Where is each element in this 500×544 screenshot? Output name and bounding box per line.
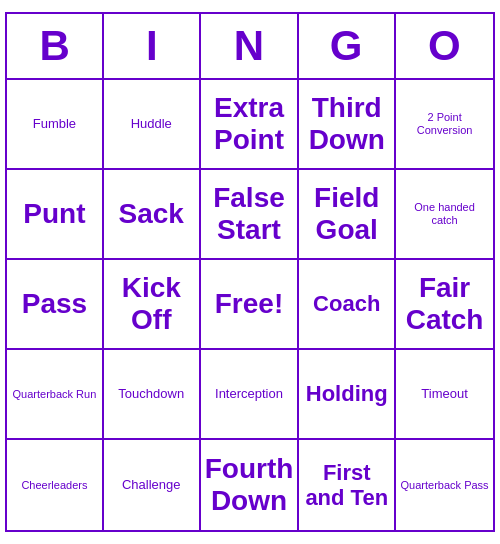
bingo-cell-7: False Start: [201, 170, 300, 260]
cell-text-9: One handed catch: [400, 201, 489, 226]
cell-text-18: Holding: [306, 381, 388, 406]
bingo-cell-9: One handed catch: [396, 170, 493, 260]
bingo-card: BINGO FumbleHuddleExtra PointThird Down2…: [5, 12, 495, 532]
bingo-cell-20: Cheerleaders: [7, 440, 104, 530]
bingo-cell-22: Fourth Down: [201, 440, 300, 530]
bingo-cell-13: Coach: [299, 260, 396, 350]
bingo-cell-14: Fair Catch: [396, 260, 493, 350]
cell-text-6: Sack: [119, 198, 184, 230]
cell-text-5: Punt: [23, 198, 85, 230]
bingo-cell-23: First and Ten: [299, 440, 396, 530]
cell-text-1: Huddle: [131, 117, 172, 132]
cell-text-22: Fourth Down: [205, 453, 294, 517]
bingo-cell-3: Third Down: [299, 80, 396, 170]
cell-text-13: Coach: [313, 291, 380, 316]
bingo-cell-11: Kick Off: [104, 260, 201, 350]
cell-text-0: Fumble: [33, 117, 76, 132]
header-letter-g: G: [299, 14, 396, 78]
bingo-cell-18: Holding: [299, 350, 396, 440]
bingo-cell-1: Huddle: [104, 80, 201, 170]
cell-text-7: False Start: [205, 182, 294, 246]
bingo-cell-10: Pass: [7, 260, 104, 350]
bingo-cell-12: Free!: [201, 260, 300, 350]
cell-text-8: Field Goal: [303, 182, 390, 246]
bingo-cell-16: Touchdown: [104, 350, 201, 440]
cell-text-2: Extra Point: [205, 92, 294, 156]
cell-text-3: Third Down: [303, 92, 390, 156]
bingo-cell-19: Timeout: [396, 350, 493, 440]
header-letter-b: B: [7, 14, 104, 78]
bingo-cell-2: Extra Point: [201, 80, 300, 170]
header-letter-i: I: [104, 14, 201, 78]
cell-text-14: Fair Catch: [400, 272, 489, 336]
bingo-cell-4: 2 Point Conversion: [396, 80, 493, 170]
cell-text-17: Interception: [215, 387, 283, 402]
cell-text-24: Quarterback Pass: [401, 479, 489, 492]
bingo-cell-24: Quarterback Pass: [396, 440, 493, 530]
bingo-cell-17: Interception: [201, 350, 300, 440]
bingo-cell-5: Punt: [7, 170, 104, 260]
cell-text-21: Challenge: [122, 478, 181, 493]
bingo-header: BINGO: [7, 14, 493, 80]
bingo-grid: FumbleHuddleExtra PointThird Down2 Point…: [7, 80, 493, 530]
cell-text-11: Kick Off: [108, 272, 195, 336]
bingo-cell-21: Challenge: [104, 440, 201, 530]
header-letter-n: N: [201, 14, 298, 78]
cell-text-15: Quarterback Run: [13, 388, 97, 401]
bingo-cell-15: Quarterback Run: [7, 350, 104, 440]
cell-text-16: Touchdown: [118, 387, 184, 402]
cell-text-23: First and Ten: [303, 460, 390, 511]
header-letter-o: O: [396, 14, 493, 78]
cell-text-10: Pass: [22, 288, 87, 320]
cell-text-12: Free!: [215, 288, 283, 320]
cell-text-4: 2 Point Conversion: [400, 111, 489, 136]
cell-text-19: Timeout: [421, 387, 467, 402]
bingo-cell-0: Fumble: [7, 80, 104, 170]
bingo-cell-8: Field Goal: [299, 170, 396, 260]
bingo-cell-6: Sack: [104, 170, 201, 260]
cell-text-20: Cheerleaders: [21, 479, 87, 492]
